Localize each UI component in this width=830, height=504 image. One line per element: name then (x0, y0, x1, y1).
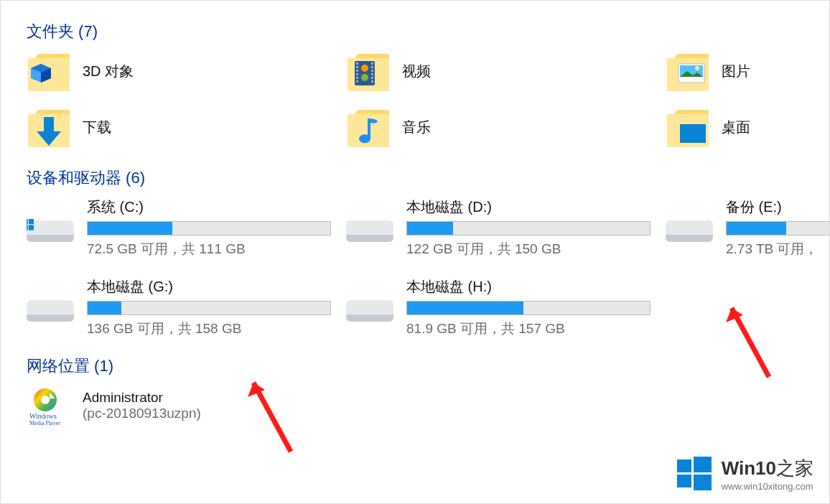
svg-rect-18 (680, 124, 706, 143)
svg-rect-7 (371, 62, 373, 65)
network-title: Administrator (83, 390, 201, 406)
svg-text:Media Player: Media Player (29, 420, 60, 426)
svg-rect-20 (29, 219, 34, 224)
svg-rect-6 (356, 80, 358, 83)
svg-rect-21 (27, 225, 28, 230)
svg-point-13 (361, 65, 368, 72)
svg-rect-34 (694, 475, 712, 490)
desktop-icon (666, 107, 710, 147)
drive-name: 本地磁盘 (D:) (406, 197, 666, 217)
drive-g[interactable]: 本地磁盘 (G:) 136 GB 可用，共 158 GB (27, 277, 346, 338)
folder-label: 音乐 (402, 118, 431, 137)
windows-logo-icon (677, 457, 712, 491)
watermark-title: Win10之家 (722, 456, 813, 481)
svg-rect-10 (371, 73, 373, 75)
drives-grid: 系统 (C:) 72.5 GB 可用，共 111 GB 本地磁盘 (D:) 12… (27, 197, 829, 338)
svg-point-17 (695, 66, 699, 70)
pictures-icon (666, 51, 710, 91)
drive-stats: 122 GB 可用，共 150 GB (406, 240, 666, 258)
svg-text:Windows: Windows (29, 412, 57, 420)
system-drive-icon (27, 216, 74, 245)
drive-stats: 72.5 GB 可用，共 111 GB (87, 240, 346, 258)
videos-icon (346, 51, 391, 91)
drive-stats: 2.73 TB 可用， (726, 240, 830, 258)
folder-music[interactable]: 音乐 (346, 107, 666, 147)
svg-rect-2 (356, 66, 358, 68)
svg-rect-19 (27, 219, 28, 224)
drive-icon (346, 296, 393, 325)
network-location-item[interactable]: WindowsMedia Player Administrator (pc-20… (27, 386, 829, 426)
svg-rect-8 (371, 66, 373, 68)
folder-downloads[interactable]: 下载 (27, 107, 346, 147)
watermark: Win10之家 www.win10xitong.com (677, 456, 813, 492)
folder-label: 桌面 (722, 118, 750, 137)
watermark-url: www.win10xitong.com (722, 481, 813, 492)
folder-label: 视频 (402, 62, 431, 81)
drive-name: 本地磁盘 (G:) (87, 277, 346, 297)
music-icon (346, 107, 391, 147)
folder-pictures[interactable]: 图片 (666, 51, 829, 91)
network-sub: (pc-20180913uzpn) (83, 406, 201, 421)
svg-rect-1 (356, 62, 358, 65)
media-player-icon: WindowsMedia Player (27, 386, 71, 426)
svg-rect-3 (356, 70, 358, 72)
drive-name: 备份 (E:) (726, 197, 830, 217)
folder-videos[interactable]: 视频 (346, 51, 666, 91)
svg-rect-32 (694, 457, 712, 472)
svg-point-14 (361, 74, 368, 81)
folder-3d-objects[interactable]: 3D 对象 (27, 51, 346, 91)
folder-label: 3D 对象 (83, 62, 134, 81)
drive-usage-bar (87, 301, 331, 315)
folder-desktop[interactable]: 桌面 (666, 107, 829, 147)
drive-usage-bar (726, 221, 830, 235)
section-header-folders[interactable]: 文件夹 (7) (27, 21, 829, 42)
drive-icon (666, 216, 713, 245)
drive-name: 本地磁盘 (H:) (406, 277, 666, 297)
svg-rect-4 (356, 73, 358, 75)
drive-icon (346, 216, 393, 245)
section-header-drives[interactable]: 设备和驱动器 (6) (27, 167, 829, 189)
folders-grid: 3D 对象 视频 图片 下载 音乐 桌面 (27, 51, 829, 147)
drive-stats: 136 GB 可用，共 158 GB (87, 319, 346, 338)
drive-usage-bar (406, 221, 651, 235)
svg-rect-9 (371, 70, 373, 72)
drive-d[interactable]: 本地磁盘 (D:) 122 GB 可用，共 150 GB (346, 197, 666, 258)
folder-label: 下载 (83, 118, 111, 137)
drive-usage-bar (406, 301, 651, 315)
section-header-network[interactable]: 网络位置 (1) (27, 355, 829, 377)
drive-h[interactable]: 本地磁盘 (H:) 81.9 GB 可用，共 157 GB (346, 277, 666, 338)
drive-c[interactable]: 系统 (C:) 72.5 GB 可用，共 111 GB (27, 197, 346, 258)
svg-rect-33 (677, 475, 691, 487)
3d-objects-icon (27, 51, 71, 91)
svg-rect-11 (371, 77, 373, 79)
folder-label: 图片 (722, 62, 750, 81)
svg-point-24 (41, 396, 50, 404)
svg-rect-31 (677, 459, 691, 472)
svg-rect-12 (371, 80, 373, 83)
drive-usage-bar (87, 221, 331, 235)
drive-e[interactable]: 备份 (E:) 2.73 TB 可用， (666, 197, 830, 258)
drive-name: 系统 (C:) (87, 197, 346, 217)
drive-stats: 81.9 GB 可用，共 157 GB (406, 319, 666, 338)
svg-rect-22 (29, 225, 34, 230)
downloads-icon (27, 107, 71, 147)
svg-rect-5 (356, 77, 358, 79)
drive-icon (27, 296, 74, 325)
